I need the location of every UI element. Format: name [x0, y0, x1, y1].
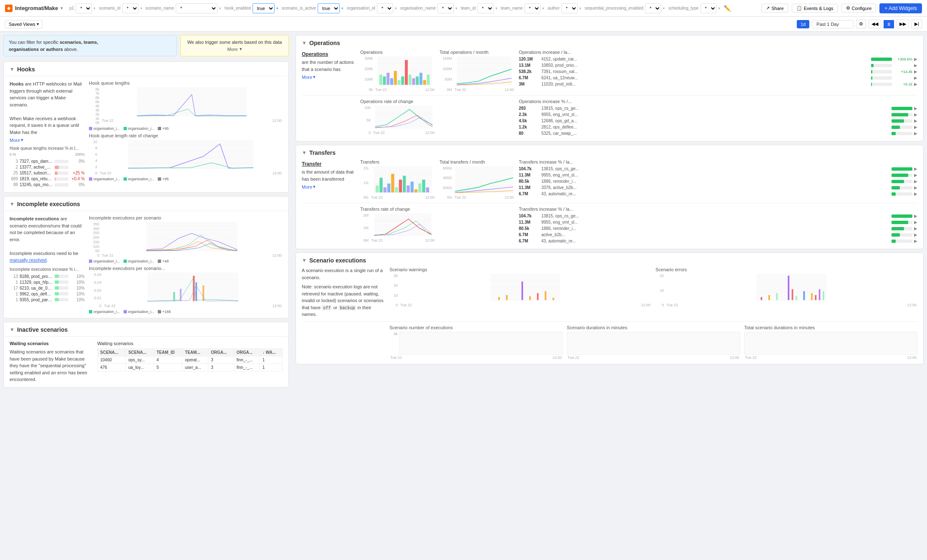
events-logs-button[interactable]: 📋 Events & Logs: [792, 4, 838, 13]
filter-hook-enabled-select[interactable]: true: [253, 3, 275, 13]
transfers-chevron[interactable]: ▼: [302, 150, 307, 156]
svg-rect-36: [390, 78, 393, 85]
filter-p1-select[interactable]: *: [76, 3, 92, 13]
filter-team-id-select[interactable]: *: [477, 3, 494, 13]
scenario-errors-col: Scenario errors 20100: [656, 267, 918, 318]
t-arrow-5[interactable]: ▶: [914, 192, 917, 196]
filter-scheduling-type: scheduling_type * ▾: [668, 3, 720, 13]
svg-rect-94: [776, 293, 778, 300]
app-name: Integromat/Make: [15, 5, 58, 11]
pause-btn[interactable]: ⏸: [884, 20, 894, 28]
filter-scheduling-type-select[interactable]: *: [700, 3, 717, 13]
inactive-section: ▼ Inactive scenarios Waiting scenarios W…: [3, 322, 289, 388]
ops-arrow-4[interactable]: ▶: [914, 76, 917, 80]
tr-arrow-2[interactable]: ▶: [914, 220, 917, 225]
scenario-number-title: Scenario number of executions: [389, 325, 563, 330]
toolbar2: Saved Views ▾ 1d Past 1 Day ⚙ ◀◀ ⏸ ▶▶ ▶|: [0, 17, 927, 32]
app-chevron: ▾: [61, 6, 63, 10]
svg-rect-88: [553, 298, 554, 300]
inactive-description: Waiting scenarios Waiting scenarios are …: [10, 341, 93, 383]
transfers-more-btn[interactable]: More ▾: [302, 184, 356, 189]
ops-item-4: 6.7M 6241, ua_12neuw... ▶: [519, 75, 917, 81]
svg-rect-46: [427, 75, 430, 85]
rate-arrow-5[interactable]: ▶: [914, 131, 917, 136]
ops-arrow-3[interactable]: ▶: [914, 69, 917, 74]
operations-chevron[interactable]: ▼: [302, 40, 307, 46]
manually-resolved-link[interactable]: manually resolved: [10, 257, 47, 262]
ops-rate-chart: Operations rate of change 100500: [360, 99, 435, 137]
next-btn[interactable]: ▶▶: [897, 20, 909, 28]
transfers-desc-title[interactable]: Transfer: [302, 161, 356, 167]
svg-rect-97: [796, 296, 797, 300]
table-header-row: SCENA... SCENA... TEAM_ID TEAM... ORGA..…: [98, 349, 283, 356]
add-widgets-button[interactable]: + Add Widgets: [879, 3, 922, 13]
filter-hook-enabled-label: hook_enabled: [225, 6, 251, 10]
scenario-exec-chevron[interactable]: ▼: [302, 257, 307, 263]
hooks-more-btn[interactable]: More ▾: [10, 137, 85, 143]
transfers-increase-list: 104.7k 13815, ops_cs_ge... ▶ 11.3M 9955,…: [519, 166, 917, 197]
svg-rect-99: [811, 293, 813, 300]
t-arrow-4[interactable]: ▶: [914, 185, 917, 190]
prev-btn[interactable]: ◀◀: [869, 20, 881, 28]
rate-item-4: 1.2k 2812, ops_deflee... ▶: [519, 124, 917, 130]
ops-arrow-2[interactable]: ▶: [914, 63, 917, 68]
t-arrow-1[interactable]: ▶: [914, 166, 917, 171]
ops-arrow-1[interactable]: ▶: [914, 57, 917, 61]
topbar: ◆ Integromat/Make ▾ p1 * ▾ scenario_id *…: [0, 0, 927, 17]
ops-arrow-5[interactable]: ▶: [914, 82, 917, 86]
t-arrow-2[interactable]: ▶: [914, 173, 917, 177]
filter-org-id-select[interactable]: *: [377, 3, 393, 13]
bar-item-4: 689 1819, ops_return_opt... +0.4 %: [10, 177, 85, 181]
filter-scenario-name-select[interactable]: *: [176, 3, 217, 13]
filter-team-name-select[interactable]: *: [524, 3, 541, 13]
main-content: You can filter for specific scenarios, t…: [0, 32, 927, 560]
filter-author-select[interactable]: *: [561, 3, 578, 13]
rate-arrow-4[interactable]: ▶: [914, 125, 917, 129]
scenario-durations-title: Scenario durations in minutes: [567, 325, 740, 330]
skip-btn[interactable]: ▶|: [912, 20, 922, 28]
settings-btn[interactable]: ⚙: [856, 20, 866, 28]
tr-arrow-3[interactable]: ▶: [914, 226, 917, 231]
tr-arrow-4[interactable]: ▶: [914, 232, 917, 237]
hook-rate-legend: organisation_i... organisation_i... +95: [89, 177, 283, 181]
scenario-exec-section: ▼ Scenario executions A scenario executi…: [296, 252, 924, 364]
rate-arrow-2[interactable]: ▶: [914, 112, 917, 117]
share-button[interactable]: ↗ Share: [761, 4, 788, 13]
filter-scenario-id-select[interactable]: *: [122, 3, 139, 13]
t-arrow-3[interactable]: ▶: [914, 179, 917, 184]
rate-arrow-1[interactable]: ▶: [914, 106, 917, 111]
configure-button[interactable]: ⚙ Configure: [841, 4, 876, 13]
transfers-rate-chart: Transfers rate of change 2M1M0M: [360, 207, 435, 245]
saved-views-button[interactable]: Saved Views ▾: [5, 20, 43, 28]
filter-org-name: organisation_name * ▾: [400, 3, 457, 13]
waiting-title: Waiting scenarios: [10, 341, 93, 346]
hooks-chevron[interactable]: ▼: [10, 66, 15, 72]
tr-arrow-5[interactable]: ▶: [914, 239, 917, 243]
filter-scenario-active: scenario_is_active true ▾: [282, 3, 344, 13]
ops-item-5: 3M 11020, prod_initi... +9.1k ▶: [519, 81, 917, 87]
ops-increase-pct-title: Operations increase % /...: [519, 99, 917, 104]
filter-seq-processing-select[interactable]: *: [645, 3, 661, 13]
hook-queue-title: Hook queue lengths: [89, 81, 283, 86]
svg-rect-65: [407, 185, 409, 192]
filter-org-name-select[interactable]: *: [437, 3, 454, 13]
inactive-chevron[interactable]: ▼: [10, 327, 15, 333]
tr-arrow-1[interactable]: ▶: [914, 214, 917, 218]
operations-more-btn[interactable]: More ▾: [302, 74, 356, 80]
operations-desc-title[interactable]: Operations: [302, 51, 356, 57]
operations-desc-col: Operations are the number of actions tha…: [302, 50, 356, 92]
operations-section: ▼ Operations Operations are the number o…: [296, 35, 924, 141]
rate-item-5: 80 5325, car_swap_... ▶: [519, 131, 917, 136]
time-btn-1d[interactable]: 1d: [797, 20, 809, 28]
incomplete-chevron[interactable]: ▼: [10, 201, 15, 207]
svg-rect-63: [399, 180, 402, 193]
banner-yellow-text: We also trigger some alerts based on thi…: [187, 40, 282, 45]
rate-arrow-3[interactable]: ▶: [914, 119, 917, 123]
incomplete-chart-legend2: organisation_i... organisation_i... +166: [89, 310, 283, 314]
saved-views-label: Saved Views: [9, 22, 35, 27]
edit-filters-icon[interactable]: ✏️: [724, 5, 731, 12]
ops-increase-title: Operations increase / la...: [519, 50, 917, 55]
filter-scenario-active-select[interactable]: true: [318, 3, 340, 13]
topbar-right: ↗ Share 📋 Events & Logs ⚙ Configure + Ad…: [761, 3, 922, 13]
banner-more-btn[interactable]: More ▾: [227, 46, 242, 52]
